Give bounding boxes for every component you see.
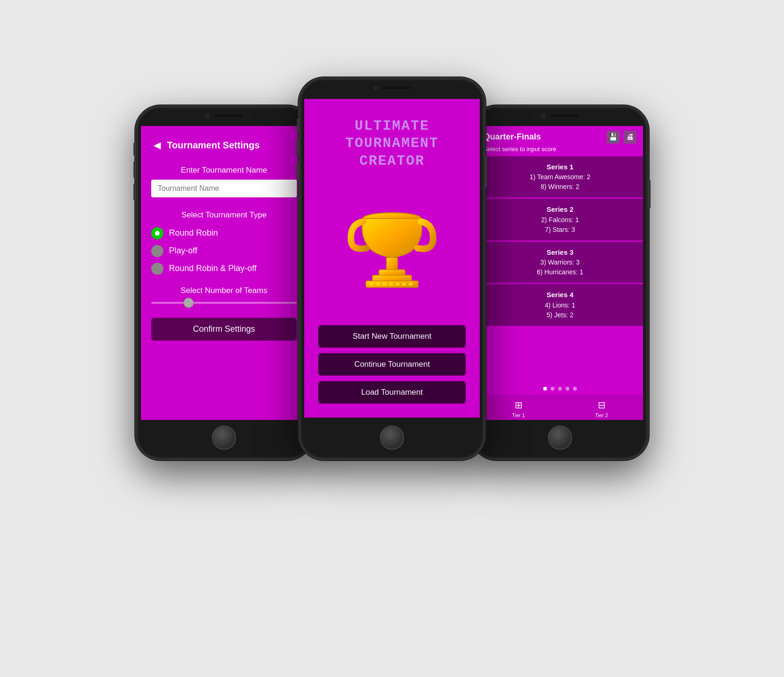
- teams-slider-track[interactable]: [151, 302, 297, 304]
- menu-buttons: Start New Tournament Continue Tournament…: [318, 325, 466, 404]
- series-1-title: Series 1: [484, 162, 636, 173]
- start-new-tournament-button[interactable]: Start New Tournament: [318, 325, 466, 348]
- back-arrow-icon[interactable]: ◄: [151, 138, 163, 153]
- select-type-label: Select Tournament Type: [151, 210, 297, 220]
- dot-3[interactable]: [558, 387, 562, 391]
- right-power-btn[interactable]: [649, 180, 651, 208]
- series-1-line1: 1) Team Awesome: 2: [484, 172, 636, 182]
- center-silent-switch[interactable]: [297, 119, 299, 133]
- left-phone-inner: ◄ Tournament Settings Enter Tournament N…: [138, 108, 310, 457]
- radio-circle-active[interactable]: [151, 227, 163, 239]
- center-volume-up-btn[interactable]: [297, 138, 299, 156]
- series-item-1[interactable]: Series 1 1) Team Awesome: 2 8) Winners: …: [477, 156, 643, 198]
- select-teams-label: Select Number of Teams: [151, 286, 297, 295]
- series-1-line2: 8) Winners: 2: [484, 182, 636, 192]
- center-power-btn[interactable]: [485, 157, 487, 187]
- tournament-name-input[interactable]: [151, 180, 297, 197]
- bottom-nav: ⊞ Tier 1 ⊟ Tier 2: [477, 395, 643, 420]
- svg-rect-7: [383, 283, 386, 286]
- quarter-finals-header: Quarter-Finals 💾 🖨 Select series to inpu…: [477, 126, 643, 156]
- radio-playoff[interactable]: Play-off: [151, 245, 297, 257]
- settings-title: Tournament Settings: [167, 140, 260, 151]
- save-icon[interactable]: 💾: [607, 131, 620, 144]
- radio-group: Round Robin Play-off Round Robin & Play-…: [151, 227, 297, 275]
- app-title-line3: CREATOR: [345, 153, 439, 170]
- tier2-label: Tier 2: [595, 412, 608, 418]
- series-item-2[interactable]: Series 2 2) Falcons: 1 7) Stars: 3: [477, 199, 643, 241]
- series-2-line1: 2) Falcons: 1: [484, 215, 636, 225]
- dot-5[interactable]: [573, 387, 577, 391]
- enter-name-label: Enter Tournament Name: [151, 166, 297, 175]
- nav-tab-tier2[interactable]: ⊟ Tier 2: [560, 399, 643, 418]
- quarter-finals-screen: Quarter-Finals 💾 🖨 Select series to inpu…: [477, 126, 643, 420]
- svg-rect-9: [396, 283, 399, 286]
- front-camera-right: [541, 113, 546, 118]
- load-tournament-button[interactable]: Load Tournament: [318, 381, 466, 404]
- series-list: Series 1 1) Team Awesome: 2 8) Winners: …: [477, 156, 643, 382]
- radio-both-label: Round Robin & Play-off: [169, 264, 257, 273]
- dot-1[interactable]: [543, 387, 547, 391]
- speaker-center: [383, 86, 411, 89]
- settings-screen: ◄ Tournament Settings Enter Tournament N…: [141, 126, 307, 420]
- left-phone: ◄ Tournament Settings Enter Tournament N…: [135, 105, 313, 460]
- home-btn-left[interactable]: [212, 426, 236, 450]
- center-phone-screen: ULTIMATE TOURNAMENT CREATOR: [304, 99, 480, 418]
- settings-header: ◄ Tournament Settings: [151, 135, 297, 153]
- trophy-icon: [345, 196, 439, 299]
- continue-tournament-button[interactable]: Continue Tournament: [318, 353, 466, 376]
- radio-round-robin-label: Round Robin: [169, 228, 218, 238]
- home-btn-center[interactable]: [380, 426, 404, 450]
- radio-circle-both[interactable]: [151, 263, 163, 275]
- right-phone-inner: Quarter-Finals 💾 🖨 Select series to inpu…: [474, 108, 646, 457]
- dot-2[interactable]: [551, 387, 554, 391]
- radio-playoff-label: Play-off: [169, 246, 197, 256]
- main-menu-screen: ULTIMATE TOURNAMENT CREATOR: [304, 99, 480, 418]
- teams-slider-thumb[interactable]: [183, 298, 194, 308]
- home-btn-right[interactable]: [548, 426, 572, 450]
- svg-rect-5: [370, 283, 373, 286]
- volume-down-btn[interactable]: [133, 184, 135, 201]
- radio-round-robin[interactable]: Round Robin: [151, 227, 297, 239]
- series-3-line2: 6) Hurricanes: 1: [484, 267, 636, 277]
- series-4-line2: 5) Jets: 2: [484, 310, 636, 320]
- svg-rect-1: [386, 258, 398, 271]
- quarter-finals-title: Quarter-Finals 💾 🖨: [483, 131, 637, 144]
- center-phone: ULTIMATE TOURNAMENT CREATOR: [299, 77, 485, 460]
- left-phone-screen: ◄ Tournament Settings Enter Tournament N…: [141, 126, 307, 420]
- series-item-4[interactable]: Series 4 4) Lions: 1 5) Jets: 2: [477, 284, 643, 326]
- app-title-line1: ULTIMATE: [345, 118, 439, 135]
- center-phone-inner: ULTIMATE TOURNAMENT CREATOR: [301, 80, 483, 457]
- left-phone-top-bar: [138, 108, 310, 123]
- phones-container: ◄ Tournament Settings Enter Tournament N…: [135, 59, 649, 619]
- speaker-right: [551, 114, 579, 117]
- confirm-settings-button[interactable]: Confirm Settings: [151, 318, 297, 341]
- series-item-3[interactable]: Series 3 3) Warriors: 3 6) Hurricanes: 1: [477, 242, 643, 284]
- series-4-line1: 4) Lions: 1: [484, 300, 636, 310]
- speaker-left: [215, 114, 243, 117]
- right-phone-screen: Quarter-Finals 💾 🖨 Select series to inpu…: [477, 126, 643, 420]
- series-3-line1: 3) Warriors: 3: [484, 258, 636, 267]
- app-title: ULTIMATE TOURNAMENT CREATOR: [345, 118, 439, 170]
- svg-rect-8: [389, 283, 393, 286]
- series-2-line2: 7) Stars: 3: [484, 225, 636, 235]
- svg-rect-6: [376, 283, 380, 286]
- tier1-label: Tier 1: [512, 412, 525, 418]
- print-icon[interactable]: 🖨: [623, 131, 637, 144]
- radio-circle-playoff[interactable]: [151, 245, 163, 257]
- radio-both[interactable]: Round Robin & Play-off: [151, 263, 297, 275]
- nav-tab-tier1[interactable]: ⊞ Tier 1: [477, 399, 560, 418]
- quarter-finals-subtitle: Select series to input score: [483, 146, 637, 153]
- series-3-title: Series 3: [484, 247, 636, 258]
- series-4-title: Series 4: [484, 290, 636, 300]
- center-volume-down-btn[interactable]: [297, 162, 299, 180]
- dot-4[interactable]: [566, 387, 569, 391]
- center-phone-top-bar: [301, 80, 483, 95]
- front-camera-center: [373, 85, 378, 90]
- silent-switch[interactable]: [133, 143, 135, 156]
- series-2-title: Series 2: [484, 204, 636, 215]
- volume-up-btn[interactable]: [133, 161, 135, 178]
- app-title-line2: TOURNAMENT: [345, 135, 439, 153]
- svg-rect-10: [402, 283, 406, 286]
- right-phone-top-bar: [474, 108, 646, 123]
- tier2-icon: ⊟: [598, 399, 606, 411]
